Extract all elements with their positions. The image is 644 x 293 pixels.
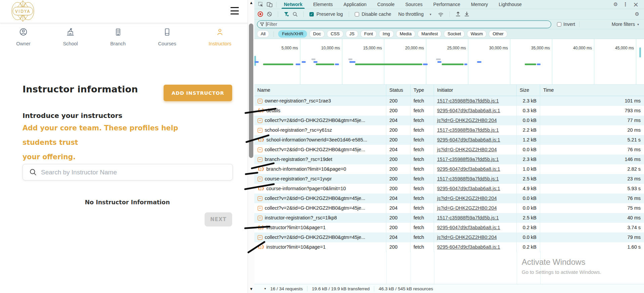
request-row[interactable]: {;}school-information?ownerId=3ee01d46-e… <box>254 135 644 145</box>
tab-branch[interactable]: Branch <box>110 28 126 46</box>
instructor-search-input[interactable]: Search by Instructor Name <box>23 164 233 180</box>
page-scrollbar[interactable]: ▲ ▼ <box>248 0 255 293</box>
timeline-right-handle[interactable] <box>639 47 641 57</box>
hamburger-menu-icon[interactable] <box>230 7 239 14</box>
initiator-link[interactable]: js?id=G-DHK2GZ2HB0:204 <box>437 196 497 201</box>
request-row[interactable]: {;}instructor?limit=10&page=1200fetch929… <box>254 223 644 233</box>
inspect-element-icon[interactable] <box>258 2 264 7</box>
request-initiator-cell: 9295-6047d9cf3abab6a8.js:1 <box>434 135 517 145</box>
initiator-link[interactable]: 9295-6047d9cf3abab6a8.js:1 <box>437 244 500 250</box>
more-filters-button[interactable]: More filters ▾ <box>610 22 644 27</box>
initiator-link[interactable]: 9295-6047d9cf3abab6a8.js:1 <box>437 225 500 230</box>
filter-chip-font[interactable]: Font <box>360 30 377 38</box>
filter-chip-all[interactable]: All <box>257 30 269 38</box>
initiator-link[interactable]: 9295-6047d9cf3abab6a8.js:1 <box>437 108 500 113</box>
scroll-down-icon[interactable]: ▼ <box>248 287 255 291</box>
tab-instructors[interactable]: Instructors <box>209 28 231 46</box>
initiator-link[interactable]: 1517-c35988f59a7fdd5b.js:1 <box>437 215 499 220</box>
devtools-tab-sources[interactable]: Sources <box>400 0 428 9</box>
request-row[interactable]: ‹›collect?v=2&tid=G-DHK2GZ2HB0&gtm=45je.… <box>254 203 644 213</box>
column-header-time[interactable]: Time <box>540 85 644 96</box>
devtools-tab-network[interactable]: Network <box>278 0 308 9</box>
request-row[interactable]: ‹›collect?v=2&tid=G-DHK2GZ2HB0&gtm=45je.… <box>254 145 644 155</box>
request-time: 76 ms <box>540 145 644 155</box>
column-header-name[interactable]: Name <box>254 85 386 96</box>
column-header-initiator[interactable]: Initiator <box>434 85 517 96</box>
filter-chip-img[interactable]: Img <box>379 30 394 38</box>
initiator-link[interactable]: 1517-c35988f59a7fdd5b.js:1 <box>437 157 499 162</box>
request-row[interactable]: ‹›collect?v=2&tid=G-DHK2GZ2HB0&gtm=45je.… <box>254 233 644 242</box>
record-network-log-icon[interactable] <box>258 11 263 17</box>
initiator-link[interactable]: js?id=G-DHK2GZ2HB0:204 <box>437 205 497 211</box>
devtools-tab-performance[interactable]: Performance <box>428 0 466 9</box>
network-settings-gear-icon[interactable]: ⚙ <box>635 11 644 17</box>
filter-chip-css[interactable]: CSS <box>327 30 343 38</box>
tab-school[interactable]: School <box>63 28 78 46</box>
filter-chip-media[interactable]: Media <box>396 30 415 38</box>
column-header-size[interactable]: Size <box>517 85 540 96</box>
devtools-tab-application[interactable]: Application <box>338 0 372 9</box>
initiator-link[interactable]: 9295-6047d9cf3abab6a8.js:1 <box>437 186 500 191</box>
scroll-up-icon[interactable]: ▲ <box>248 1 255 4</box>
request-size: 0.2 kB <box>517 242 540 252</box>
request-row[interactable]: {;}course-information?page=0&limit=10200… <box>254 184 644 194</box>
preserve-log-checkbox[interactable]: ✓ <box>309 12 314 16</box>
scrollbar-thumb[interactable] <box>249 24 253 158</box>
request-row[interactable]: ‹›school-registration?_rsc=y61sz200fetch… <box>254 125 644 135</box>
import-har-icon[interactable] <box>456 11 461 17</box>
invert-checkbox[interactable] <box>557 22 561 27</box>
initiator-link[interactable]: 1517-c35988f59a7fdd5b.js:1 <box>437 127 499 133</box>
request-row[interactable]: ‹›owner-registration?_rsc=1rae3200fetch1… <box>254 96 644 106</box>
devtools-tab-elements[interactable]: Elements <box>308 0 338 9</box>
filter-chip-js[interactable]: JS <box>346 30 358 38</box>
request-row[interactable]: {;}branch-information?limit=10&page=0200… <box>254 164 644 174</box>
request-row[interactable]: ‹›branch-registration?_rsc=19det200fetch… <box>254 155 644 164</box>
timeline-left-handle[interactable] <box>254 56 256 66</box>
column-header-type[interactable]: Type <box>411 85 434 96</box>
filter-chip-doc[interactable]: Doc <box>309 30 325 38</box>
request-row[interactable]: ‹›collect?v=2&tid=G-DHK2GZ2HB0&gtm=45je.… <box>254 194 644 203</box>
timeline-gridline <box>300 39 300 84</box>
filter-chip-socket[interactable]: Socket <box>444 30 465 38</box>
tab-courses[interactable]: Courses <box>158 28 176 46</box>
tab-owner[interactable]: Owner <box>16 28 31 46</box>
initiator-link[interactable]: 9295-6047d9cf3abab6a8.js:1 <box>437 137 500 142</box>
initiator-link[interactable]: 1517-c35988f59a7fdd5b.js:1 <box>437 176 499 181</box>
close-devtools-icon[interactable]: × <box>633 2 639 7</box>
filter-chip-wasm[interactable]: Wasm <box>467 30 486 38</box>
initiator-link[interactable]: 9295-6047d9cf3abab6a8.js:1 <box>437 166 500 172</box>
filter-chip-fetchxhr[interactable]: Fetch/XHR <box>278 30 307 38</box>
filter-funnel-icon[interactable] <box>284 12 289 16</box>
settings-gear-icon[interactable]: ⚙ <box>613 1 618 7</box>
devtools-tab-memory[interactable]: Memory <box>466 0 493 9</box>
request-row[interactable]: ‹›instructor-registration?_rsc=1lkp8200f… <box>254 213 644 223</box>
request-type: fetch <box>411 203 434 213</box>
next-button[interactable]: NEXT <box>205 212 232 226</box>
disable-cache-checkbox[interactable] <box>355 12 359 16</box>
initiator-link[interactable]: js?id=G-DHK2GZ2HB0:204 <box>437 147 497 152</box>
filter-chip-manifest[interactable]: Manifest <box>418 30 441 38</box>
export-har-icon[interactable] <box>464 11 469 17</box>
filter-chip-other[interactable]: Other <box>489 30 507 38</box>
request-row[interactable]: {;}instructor?limit=10&page=1200fetch929… <box>254 242 644 252</box>
request-row[interactable]: ‹›collect?v=2&tid=G-DHK2GZ2HB0&gtm=45je.… <box>254 116 644 125</box>
initiator-link[interactable]: js?id=G-DHK2GZ2HB0:204 <box>437 235 497 240</box>
request-time: 20 ms <box>540 125 644 135</box>
request-row[interactable]: {;}details200fetch9295-6047d9cf3abab6a8.… <box>254 106 644 116</box>
throttling-select[interactable]: No throttling <box>398 11 424 17</box>
devtools-tab-lighthouse[interactable]: Lighthouse <box>493 0 527 9</box>
devtools-tab-console[interactable]: Console <box>372 0 400 9</box>
network-overview-timeline[interactable]: 5,000 ms10,000 ms15,000 ms20,000 ms25,00… <box>254 39 644 84</box>
device-toolbar-icon[interactable] <box>267 2 273 7</box>
search-network-icon[interactable] <box>293 12 298 17</box>
filter-input[interactable]: Filter <box>257 20 551 28</box>
clear-network-log-icon[interactable] <box>267 11 272 17</box>
section-description: Add your core team. These profiles help … <box>23 121 214 164</box>
initiator-link[interactable]: 1517-c35988f59a7fdd5b.js:1 <box>437 98 499 103</box>
column-header-status[interactable]: Status <box>386 85 411 96</box>
more-options-icon[interactable]: ⋮ <box>623 1 628 7</box>
add-instructor-button[interactable]: ADD INSTRUCTOR <box>164 85 232 101</box>
request-row[interactable]: ‹›course-registration?_rsc=1yvpr200fetch… <box>254 174 644 184</box>
network-conditions-icon[interactable] <box>438 12 444 17</box>
initiator-link[interactable]: js?id=G-DHK2GZ2HB0:204 <box>437 118 497 123</box>
